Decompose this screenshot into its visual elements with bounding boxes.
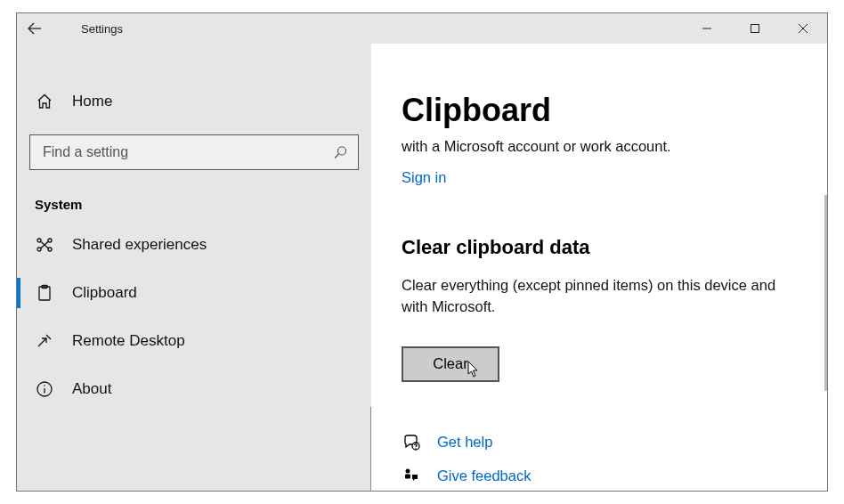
clipboard-icon <box>35 284 54 302</box>
svg-point-22 <box>406 468 410 473</box>
app-title: Settings <box>81 22 123 36</box>
search-icon <box>333 145 347 159</box>
home-icon <box>35 93 54 110</box>
give-feedback-row[interactable]: Give feedback <box>402 467 827 485</box>
help-icon <box>402 434 421 451</box>
maximize-icon <box>750 23 760 34</box>
sidebar-item-clipboard[interactable]: Clipboard <box>17 269 371 317</box>
back-arrow-icon <box>27 20 43 37</box>
about-icon <box>35 380 54 398</box>
sidebar-item-label: Remote Desktop <box>72 332 185 350</box>
svg-rect-23 <box>405 474 410 478</box>
svg-point-5 <box>338 147 346 155</box>
sign-in-link[interactable]: Sign in <box>402 169 446 186</box>
sidebar-item-home[interactable]: Home <box>17 81 371 122</box>
account-subtext: with a Microsoft account or work account… <box>402 138 827 155</box>
sidebar-item-remote-desktop[interactable]: Remote Desktop <box>17 317 371 365</box>
svg-rect-2 <box>751 25 759 33</box>
search-field[interactable] <box>41 143 333 161</box>
svg-line-15 <box>38 338 46 346</box>
content-area: Clipboard with a Microsoft account or wo… <box>371 44 827 491</box>
page-title: Clipboard <box>402 92 827 129</box>
home-label: Home <box>72 93 112 110</box>
remote-desktop-icon <box>35 332 54 350</box>
sidebar-item-shared-experiences[interactable]: Shared experiences <box>17 221 371 269</box>
cursor-icon <box>467 361 480 378</box>
sidebar-item-about[interactable]: About <box>17 365 371 413</box>
sidebar-item-label: Shared experiences <box>72 236 207 254</box>
minimize-icon <box>702 23 712 34</box>
window-body: Home System Sh <box>17 44 827 491</box>
sidebar-item-label: Clipboard <box>72 284 137 302</box>
clear-button[interactable]: Clear <box>402 346 499 382</box>
minimize-button[interactable] <box>683 13 731 44</box>
shared-experiences-icon <box>35 236 54 254</box>
give-feedback-link[interactable]: Give feedback <box>437 467 531 484</box>
get-help-row[interactable]: Get help <box>402 434 827 451</box>
svg-line-6 <box>335 154 339 159</box>
close-button[interactable] <box>779 13 827 44</box>
settings-window: Settings Home <box>16 12 828 492</box>
sidebar-category: System <box>35 197 371 212</box>
window-controls <box>683 13 827 44</box>
feedback-icon <box>402 467 421 485</box>
search-input[interactable] <box>29 134 359 170</box>
sidebar-item-label: About <box>72 380 111 398</box>
content-scrollbar[interactable] <box>824 195 827 391</box>
get-help-link[interactable]: Get help <box>437 434 492 451</box>
section-heading-clear-clipboard: Clear clipboard data <box>402 236 827 259</box>
svg-point-21 <box>415 448 416 449</box>
svg-line-16 <box>46 335 51 339</box>
svg-rect-13 <box>39 287 50 300</box>
title-bar: Settings <box>17 13 827 44</box>
svg-point-19 <box>44 385 45 386</box>
maximize-button[interactable] <box>731 13 779 44</box>
sidebar: Home System Sh <box>17 44 371 491</box>
back-button[interactable] <box>17 13 53 44</box>
section-body-clear-clipboard: Clear everything (except pinned items) o… <box>402 275 784 318</box>
close-icon <box>798 23 808 34</box>
clear-button-label: Clear <box>433 355 467 372</box>
